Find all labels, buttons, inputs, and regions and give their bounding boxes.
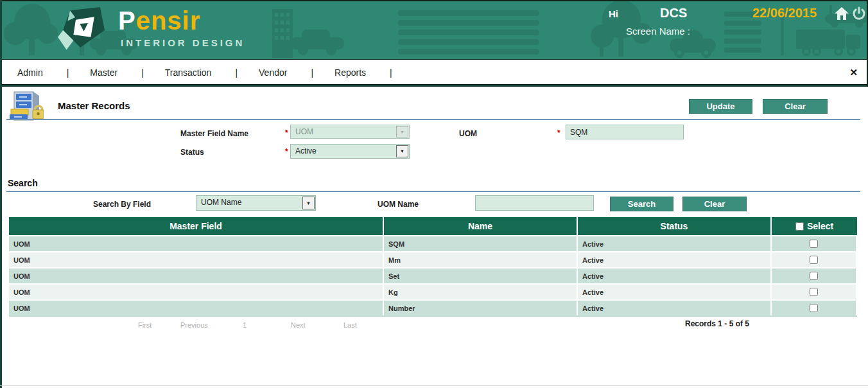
nav-item-admin[interactable]: Admin: [17, 67, 43, 78]
table-row: UOMNumberActive: [9, 299, 857, 315]
search-button[interactable]: Search: [610, 197, 673, 211]
power-icon[interactable]: [851, 6, 867, 21]
uom-name-search-input[interactable]: [475, 195, 594, 211]
row-select-checkbox[interactable]: [810, 256, 818, 264]
select-all-checkbox[interactable]: [795, 222, 804, 231]
cell-select: [772, 285, 857, 299]
cell-master-field: UOM: [9, 269, 384, 283]
uom-input[interactable]: [566, 125, 684, 139]
column-header-name: Name: [384, 217, 578, 235]
page-left-border: [0, 0, 2, 388]
column-header-master-field: Master Field: [9, 217, 384, 235]
row-select-checkbox[interactable]: [810, 272, 818, 280]
nav-bottom-bar: [0, 84, 868, 87]
username-text: DCS: [660, 6, 687, 21]
pagination-first[interactable]: First: [138, 321, 152, 329]
uom-label: UOM: [459, 129, 477, 138]
cell-select: [772, 252, 857, 267]
status-select[interactable]: Active ▼: [290, 144, 410, 159]
master-field-name-select: UOM ▼: [290, 125, 410, 139]
cell-status: Active: [578, 252, 772, 267]
pagination-last[interactable]: Last: [343, 321, 357, 329]
page-title: Master Records: [58, 100, 130, 111]
status-label: Status: [180, 148, 204, 157]
cell-name: Set: [384, 269, 578, 283]
search-section-heading: Search: [8, 178, 38, 188]
uom-name-label: UOM Name: [378, 200, 419, 209]
required-asterisk: *: [557, 128, 560, 137]
cell-status: Active: [578, 301, 772, 315]
nav-item-reports[interactable]: Reports: [334, 67, 366, 78]
cell-select: [772, 301, 857, 315]
table-body: UOMSQMActiveUOMMmActiveUOMSetActiveUOMKg…: [9, 235, 857, 315]
cell-status: Active: [578, 236, 772, 251]
table-header-row: Master Field Name Status Select: [9, 217, 857, 235]
cell-name: Number: [384, 301, 578, 315]
pagination-next[interactable]: Next: [291, 321, 306, 329]
cell-name: Mm: [384, 252, 578, 267]
update-button[interactable]: Update: [689, 99, 752, 114]
chevron-down-icon[interactable]: ▼: [396, 145, 408, 157]
table-row: UOMSetActive: [9, 267, 857, 283]
home-icon[interactable]: [834, 6, 849, 21]
brand-name: Pensir: [118, 6, 200, 35]
page-bottom-border: [0, 385, 868, 386]
row-select-checkbox[interactable]: [810, 240, 818, 248]
nav-separator: |: [141, 67, 144, 78]
status-value: Active: [295, 146, 317, 155]
master-records-page: Pensir INTERIOR DESIGN Hi DCS Screen Nam…: [0, 0, 868, 388]
cell-name: SQM: [384, 236, 578, 251]
pensir-logo-icon: [53, 4, 110, 55]
table-row: UOMKgActive: [9, 283, 857, 299]
column-header-select: Select: [772, 217, 857, 235]
page-top-border: [0, 0, 868, 1]
records-count: Records 1 - 5 of 5: [685, 319, 749, 328]
cell-master-field: UOM: [9, 301, 384, 315]
master-field-name-label: Master Field Name: [180, 129, 248, 138]
brand-rest: ensir: [136, 6, 201, 35]
cell-select: [772, 236, 857, 251]
clear-button[interactable]: Clear: [763, 99, 828, 114]
search-by-field-label: Search By Field: [93, 200, 151, 209]
row-select-checkbox[interactable]: [810, 288, 818, 296]
pagination-page-number[interactable]: 1: [243, 321, 247, 329]
cell-status: Active: [578, 285, 772, 299]
table-row: UOMMmActive: [9, 251, 857, 267]
current-date: 22/06/2015: [752, 6, 817, 21]
required-asterisk: *: [285, 147, 288, 156]
close-icon[interactable]: ✕: [849, 67, 858, 78]
pagination-previous[interactable]: Previous: [180, 321, 208, 329]
master-field-name-value: UOM: [295, 127, 313, 136]
chevron-down-icon[interactable]: ▼: [302, 197, 315, 209]
nav-separator: |: [311, 67, 313, 78]
nav-item-transaction[interactable]: Transaction: [165, 67, 212, 78]
row-select-checkbox[interactable]: [810, 304, 818, 312]
required-asterisk: *: [285, 128, 288, 137]
cell-status: Active: [578, 269, 772, 283]
cell-master-field: UOM: [9, 285, 384, 299]
select-header-label: Select: [807, 221, 833, 231]
brand-logo: Pensir INTERIOR DESIGN: [53, 3, 245, 57]
greeting-text: Hi: [609, 8, 618, 19]
master-records-table: Master Field Name Status Select UOMSQMAc…: [9, 217, 857, 317]
title-divider: [6, 119, 860, 120]
nav-item-vendor[interactable]: Vendor: [259, 67, 287, 78]
search-by-field-select[interactable]: UOM Name ▼: [196, 195, 316, 211]
header-banner: Pensir INTERIOR DESIGN Hi DCS Screen Nam…: [0, 0, 868, 59]
brand-tagline: INTERIOR DESIGN: [121, 37, 245, 48]
nav-item-master[interactable]: Master: [90, 67, 117, 78]
nav-separator: |: [235, 67, 238, 78]
screen-name-label: Screen Name :: [626, 26, 690, 37]
cell-master-field: UOM: [9, 236, 384, 251]
table-row: UOMSQMActive: [9, 235, 857, 251]
nav-separator: |: [67, 67, 69, 78]
cell-master-field: UOM: [9, 252, 384, 267]
cell-select: [772, 269, 857, 283]
chevron-down-icon: ▼: [396, 126, 408, 137]
brand-letter-p: P: [118, 6, 136, 35]
master-records-icon: [9, 91, 44, 121]
search-divider: [6, 191, 860, 192]
nav-separator: |: [390, 67, 392, 78]
search-clear-button[interactable]: Clear: [682, 197, 747, 211]
main-navbar: Admin|Master|Transaction|Vendor|Reports|…: [0, 59, 868, 87]
